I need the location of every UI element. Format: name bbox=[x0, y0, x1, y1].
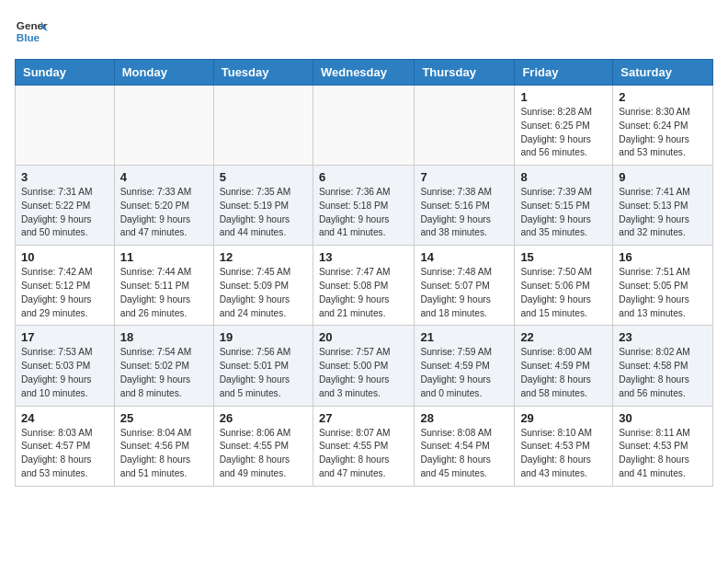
calendar-cell: 25Sunrise: 8:04 AM Sunset: 4:56 PM Dayli… bbox=[114, 406, 213, 486]
logo: General Blue bbox=[15, 15, 48, 48]
calendar-cell: 2Sunrise: 8:30 AM Sunset: 6:24 PM Daylig… bbox=[613, 86, 713, 166]
calendar-week-row: 1Sunrise: 8:28 AM Sunset: 6:25 PM Daylig… bbox=[16, 86, 713, 166]
calendar-cell bbox=[213, 86, 313, 166]
day-info: Sunrise: 7:41 AM Sunset: 5:13 PM Dayligh… bbox=[619, 186, 707, 240]
day-number: 12 bbox=[220, 250, 307, 264]
calendar-cell: 11Sunrise: 7:44 AM Sunset: 5:11 PM Dayli… bbox=[114, 246, 213, 326]
day-number: 23 bbox=[619, 330, 707, 344]
day-number: 2 bbox=[619, 90, 707, 104]
day-number: 13 bbox=[319, 250, 408, 264]
day-number: 4 bbox=[120, 170, 208, 184]
calendar-cell bbox=[114, 86, 213, 166]
col-header-wednesday: Wednesday bbox=[313, 60, 414, 86]
day-info: Sunrise: 7:54 AM Sunset: 5:02 PM Dayligh… bbox=[120, 346, 208, 400]
calendar-cell: 5Sunrise: 7:35 AM Sunset: 5:19 PM Daylig… bbox=[213, 166, 313, 246]
calendar-cell: 6Sunrise: 7:36 AM Sunset: 5:18 PM Daylig… bbox=[313, 166, 414, 246]
day-info: Sunrise: 8:11 AM Sunset: 4:53 PM Dayligh… bbox=[619, 427, 707, 481]
day-info: Sunrise: 8:00 AM Sunset: 4:59 PM Dayligh… bbox=[520, 346, 607, 400]
calendar-cell: 27Sunrise: 8:07 AM Sunset: 4:55 PM Dayli… bbox=[313, 406, 414, 486]
calendar-cell: 13Sunrise: 7:47 AM Sunset: 5:08 PM Dayli… bbox=[313, 246, 414, 326]
calendar-cell: 22Sunrise: 8:00 AM Sunset: 4:59 PM Dayli… bbox=[515, 326, 613, 406]
calendar-cell: 28Sunrise: 8:08 AM Sunset: 4:54 PM Dayli… bbox=[415, 406, 515, 486]
calendar-cell: 12Sunrise: 7:45 AM Sunset: 5:09 PM Dayli… bbox=[213, 246, 313, 326]
calendar-cell: 4Sunrise: 7:33 AM Sunset: 5:20 PM Daylig… bbox=[114, 166, 213, 246]
calendar-cell: 23Sunrise: 8:02 AM Sunset: 4:58 PM Dayli… bbox=[613, 326, 713, 406]
day-info: Sunrise: 8:30 AM Sunset: 6:24 PM Dayligh… bbox=[619, 106, 707, 160]
calendar-cell: 1Sunrise: 8:28 AM Sunset: 6:25 PM Daylig… bbox=[515, 86, 613, 166]
day-info: Sunrise: 8:10 AM Sunset: 4:53 PM Dayligh… bbox=[520, 427, 607, 481]
day-info: Sunrise: 7:42 AM Sunset: 5:12 PM Dayligh… bbox=[21, 266, 108, 320]
calendar-table: SundayMondayTuesdayWednesdayThursdayFrid… bbox=[15, 59, 713, 487]
calendar-cell: 29Sunrise: 8:10 AM Sunset: 4:53 PM Dayli… bbox=[515, 406, 613, 486]
day-number: 10 bbox=[21, 250, 108, 264]
day-info: Sunrise: 7:56 AM Sunset: 5:01 PM Dayligh… bbox=[220, 346, 307, 400]
day-info: Sunrise: 8:28 AM Sunset: 6:25 PM Dayligh… bbox=[520, 106, 607, 160]
day-number: 9 bbox=[619, 170, 707, 184]
day-number: 8 bbox=[520, 170, 607, 184]
day-info: Sunrise: 8:03 AM Sunset: 4:57 PM Dayligh… bbox=[21, 427, 108, 481]
col-header-thursday: Thursday bbox=[415, 60, 515, 86]
day-number: 27 bbox=[319, 411, 408, 425]
calendar-cell: 15Sunrise: 7:50 AM Sunset: 5:06 PM Dayli… bbox=[515, 246, 613, 326]
day-number: 7 bbox=[420, 170, 508, 184]
day-info: Sunrise: 8:07 AM Sunset: 4:55 PM Dayligh… bbox=[319, 427, 408, 481]
calendar-cell: 21Sunrise: 7:59 AM Sunset: 4:59 PM Dayli… bbox=[415, 326, 515, 406]
col-header-friday: Friday bbox=[515, 60, 613, 86]
day-info: Sunrise: 8:08 AM Sunset: 4:54 PM Dayligh… bbox=[420, 427, 508, 481]
day-info: Sunrise: 7:51 AM Sunset: 5:05 PM Dayligh… bbox=[619, 266, 707, 320]
calendar-cell: 10Sunrise: 7:42 AM Sunset: 5:12 PM Dayli… bbox=[16, 246, 115, 326]
day-info: Sunrise: 7:31 AM Sunset: 5:22 PM Dayligh… bbox=[21, 186, 108, 240]
day-info: Sunrise: 8:02 AM Sunset: 4:58 PM Dayligh… bbox=[619, 346, 707, 400]
day-number: 22 bbox=[520, 330, 607, 344]
svg-text:Blue: Blue bbox=[17, 31, 40, 43]
calendar-week-row: 3Sunrise: 7:31 AM Sunset: 5:22 PM Daylig… bbox=[16, 166, 713, 246]
day-number: 3 bbox=[21, 170, 108, 184]
calendar-cell: 20Sunrise: 7:57 AM Sunset: 5:00 PM Dayli… bbox=[313, 326, 414, 406]
page-header: General Blue bbox=[15, 15, 713, 48]
day-info: Sunrise: 7:57 AM Sunset: 5:00 PM Dayligh… bbox=[319, 346, 408, 400]
day-number: 15 bbox=[520, 250, 607, 264]
calendar-cell: 24Sunrise: 8:03 AM Sunset: 4:57 PM Dayli… bbox=[16, 406, 115, 486]
day-number: 26 bbox=[220, 411, 307, 425]
logo-icon: General Blue bbox=[15, 15, 48, 48]
day-info: Sunrise: 7:48 AM Sunset: 5:07 PM Dayligh… bbox=[420, 266, 508, 320]
day-info: Sunrise: 7:50 AM Sunset: 5:06 PM Dayligh… bbox=[520, 266, 607, 320]
day-number: 11 bbox=[120, 250, 208, 264]
calendar-cell: 18Sunrise: 7:54 AM Sunset: 5:02 PM Dayli… bbox=[114, 326, 213, 406]
day-number: 30 bbox=[619, 411, 707, 425]
calendar-cell: 30Sunrise: 8:11 AM Sunset: 4:53 PM Dayli… bbox=[613, 406, 713, 486]
day-number: 20 bbox=[319, 330, 408, 344]
day-number: 18 bbox=[120, 330, 208, 344]
day-info: Sunrise: 7:44 AM Sunset: 5:11 PM Dayligh… bbox=[120, 266, 208, 320]
calendar-week-row: 10Sunrise: 7:42 AM Sunset: 5:12 PM Dayli… bbox=[16, 246, 713, 326]
day-info: Sunrise: 8:04 AM Sunset: 4:56 PM Dayligh… bbox=[120, 427, 208, 481]
calendar-cell bbox=[16, 86, 115, 166]
day-info: Sunrise: 7:59 AM Sunset: 4:59 PM Dayligh… bbox=[420, 346, 508, 400]
calendar-cell: 8Sunrise: 7:39 AM Sunset: 5:15 PM Daylig… bbox=[515, 166, 613, 246]
day-number: 19 bbox=[220, 330, 307, 344]
day-info: Sunrise: 7:33 AM Sunset: 5:20 PM Dayligh… bbox=[120, 186, 208, 240]
day-number: 6 bbox=[319, 170, 408, 184]
day-number: 14 bbox=[420, 250, 508, 264]
calendar-week-row: 17Sunrise: 7:53 AM Sunset: 5:03 PM Dayli… bbox=[16, 326, 713, 406]
day-number: 25 bbox=[120, 411, 208, 425]
day-number: 24 bbox=[21, 411, 108, 425]
day-info: Sunrise: 7:47 AM Sunset: 5:08 PM Dayligh… bbox=[319, 266, 408, 320]
calendar-cell: 16Sunrise: 7:51 AM Sunset: 5:05 PM Dayli… bbox=[613, 246, 713, 326]
col-header-monday: Monday bbox=[114, 60, 213, 86]
day-number: 1 bbox=[520, 90, 607, 104]
calendar-cell bbox=[313, 86, 414, 166]
day-info: Sunrise: 7:53 AM Sunset: 5:03 PM Dayligh… bbox=[21, 346, 108, 400]
col-header-saturday: Saturday bbox=[613, 60, 713, 86]
day-info: Sunrise: 7:35 AM Sunset: 5:19 PM Dayligh… bbox=[220, 186, 307, 240]
col-header-sunday: Sunday bbox=[16, 60, 115, 86]
calendar-cell: 9Sunrise: 7:41 AM Sunset: 5:13 PM Daylig… bbox=[613, 166, 713, 246]
col-header-tuesday: Tuesday bbox=[213, 60, 313, 86]
day-info: Sunrise: 7:36 AM Sunset: 5:18 PM Dayligh… bbox=[319, 186, 408, 240]
calendar-cell: 7Sunrise: 7:38 AM Sunset: 5:16 PM Daylig… bbox=[415, 166, 515, 246]
day-info: Sunrise: 7:38 AM Sunset: 5:16 PM Dayligh… bbox=[420, 186, 508, 240]
day-number: 5 bbox=[220, 170, 307, 184]
day-number: 16 bbox=[619, 250, 707, 264]
calendar-cell bbox=[415, 86, 515, 166]
day-info: Sunrise: 7:45 AM Sunset: 5:09 PM Dayligh… bbox=[220, 266, 307, 320]
